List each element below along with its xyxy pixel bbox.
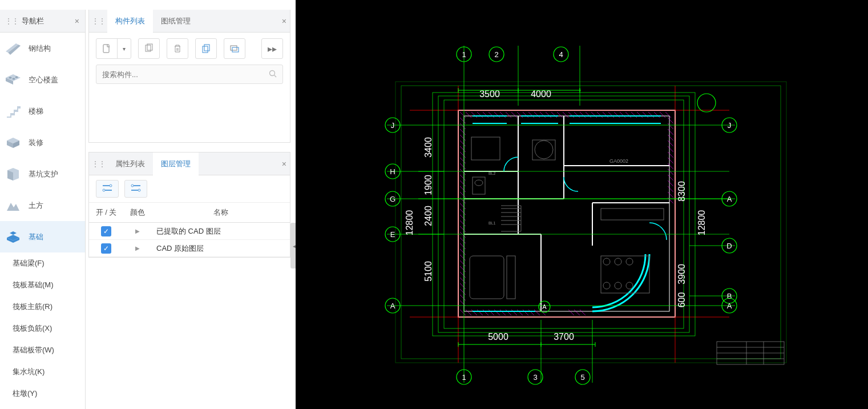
nav-item-label: 钢结构 <box>29 43 51 54</box>
drag-handle-icon[interactable]: ⋮⋮ <box>89 159 107 169</box>
svg-rect-168 <box>601 208 664 220</box>
layer-tool-a[interactable] <box>96 180 119 198</box>
stair-icon <box>6 104 21 119</box>
layer-checkbox[interactable]: ✓ <box>89 243 123 254</box>
nav-item-steel[interactable]: 钢结构 <box>0 33 85 64</box>
svg-text:3: 3 <box>533 373 537 382</box>
svg-marker-12 <box>10 231 17 235</box>
svg-text:1: 1 <box>462 373 466 382</box>
svg-line-66 <box>625 112 631 118</box>
svg-line-94 <box>460 129 466 135</box>
svg-line-134 <box>668 169 673 175</box>
search-icon <box>269 70 277 79</box>
tab-layer-mgmt[interactable]: 图层管理 <box>153 153 199 175</box>
nav-item-pit-support[interactable]: 基坑支护 <box>0 158 85 190</box>
layer-name: CAD 原始图层 <box>152 243 290 254</box>
svg-line-42 <box>488 112 494 118</box>
svg-line-53 <box>551 112 557 118</box>
svg-text:D: D <box>726 242 732 250</box>
svg-line-68 <box>637 112 643 118</box>
more-button[interactable]: ▸▸ <box>262 39 282 58</box>
svg-text:5000: 5000 <box>488 332 508 342</box>
svg-point-4 <box>13 78 15 79</box>
foundation-icon <box>6 230 21 244</box>
new-button[interactable] <box>96 39 117 58</box>
svg-line-65 <box>620 112 625 118</box>
svg-line-49 <box>528 112 534 118</box>
svg-text:4000: 4000 <box>531 89 551 99</box>
sub-item[interactable]: 筏板基础(M) <box>0 274 85 296</box>
drawing-canvas[interactable]: 1 2 4 1 3 5 J H G E A J A D B A A 3500 4… <box>296 0 868 409</box>
svg-line-89 <box>568 310 574 315</box>
nav-title: 导航栏 <box>21 16 71 26</box>
sub-item[interactable]: 集水坑(K) <box>0 361 85 383</box>
svg-line-74 <box>460 310 466 315</box>
svg-text:3900: 3900 <box>677 264 687 284</box>
new-dropdown[interactable]: ▾ <box>117 39 131 58</box>
svg-line-87 <box>534 310 540 315</box>
svg-text:3500: 3500 <box>479 89 500 99</box>
layer-row[interactable]: ✓ ▶ CAD 原始图层 <box>89 240 290 257</box>
drag-handle-icon[interactable]: ⋮⋮ <box>89 17 107 26</box>
nav-item-label: 装修 <box>29 138 43 148</box>
copy2-button[interactable] <box>196 39 216 58</box>
sub-item[interactable]: 独立基础(D) <box>0 404 85 409</box>
layer-tool-b[interactable] <box>124 180 147 198</box>
svg-line-129 <box>668 141 673 146</box>
expand-icon[interactable]: ▶ <box>123 228 152 234</box>
sub-item[interactable]: 筏板主筋(R) <box>0 296 85 318</box>
close-icon[interactable]: × <box>278 159 290 169</box>
expand-icon[interactable]: ▶ <box>123 245 152 251</box>
component-toolbar: ▾ ▸▸ <box>89 33 290 65</box>
svg-line-113 <box>460 238 466 243</box>
close-icon[interactable]: × <box>71 17 83 26</box>
layer-checkbox[interactable]: ✓ <box>89 226 123 236</box>
nav-item-label: 基础 <box>29 232 43 242</box>
svg-line-98 <box>460 152 466 158</box>
nav-item-earthwork[interactable]: 土方 <box>0 190 85 221</box>
tab-properties[interactable]: 属性列表 <box>107 153 153 175</box>
layer-row[interactable]: ✓ ▶ 已提取的 CAD 图层 <box>89 223 290 240</box>
nav-list: 钢结构 空心楼盖 楼梯 装修 基坑支护 土方 基础 基础梁(F) 筏板基础(M) <box>0 33 85 409</box>
svg-rect-157 <box>532 140 555 160</box>
nav-item-hollow[interactable]: 空心楼盖 <box>0 64 85 95</box>
svg-line-128 <box>668 135 673 141</box>
sub-item[interactable]: 基础板带(W) <box>0 339 85 361</box>
nav-item-foundation[interactable]: 基础 <box>0 221 85 252</box>
svg-line-51 <box>540 112 546 118</box>
svg-line-78 <box>483 310 488 315</box>
nav-item-decoration[interactable]: 装修 <box>0 127 85 158</box>
sub-item[interactable]: 筏板负筋(X) <box>0 318 85 339</box>
copy-button[interactable] <box>139 39 159 58</box>
svg-text:G: G <box>390 195 395 203</box>
nav-item-label: 基坑支护 <box>29 169 58 179</box>
svg-point-158 <box>535 141 553 159</box>
sub-item[interactable]: 基础梁(F) <box>0 252 85 274</box>
navigation-panel: ⋮⋮ 导航栏 × 钢结构 空心楼盖 楼梯 装修 基坑支护 土方 <box>0 10 86 409</box>
svg-line-114 <box>460 243 466 249</box>
drag-handle-icon[interactable]: ⋮⋮ <box>2 17 21 26</box>
layer-button[interactable] <box>224 39 245 58</box>
svg-text:A: A <box>390 302 395 310</box>
steel-icon <box>6 41 21 56</box>
svg-rect-21 <box>231 46 237 50</box>
svg-line-125 <box>668 118 673 123</box>
svg-line-73 <box>665 112 671 118</box>
svg-line-75 <box>466 310 471 315</box>
close-icon[interactable]: × <box>278 17 290 26</box>
component-panel: ⋮⋮ 构件列表 图纸管理 × ▾ ▸▸ <box>88 10 290 143</box>
svg-line-38 <box>466 112 471 118</box>
svg-rect-160 <box>507 256 515 299</box>
search-input[interactable] <box>102 70 269 79</box>
delete-button[interactable] <box>167 39 188 58</box>
svg-line-59 <box>586 112 591 118</box>
svg-line-63 <box>608 112 614 118</box>
svg-line-132 <box>668 158 673 163</box>
nav-item-stair[interactable]: 楼梯 <box>0 95 85 127</box>
tab-drawing-mgmt[interactable]: 图纸管理 <box>153 10 199 32</box>
tab-component-list[interactable]: 构件列表 <box>107 10 153 32</box>
search-box[interactable] <box>96 65 283 84</box>
svg-line-137 <box>668 186 673 192</box>
sub-item[interactable]: 柱墩(Y) <box>0 383 85 404</box>
svg-line-69 <box>643 112 648 118</box>
